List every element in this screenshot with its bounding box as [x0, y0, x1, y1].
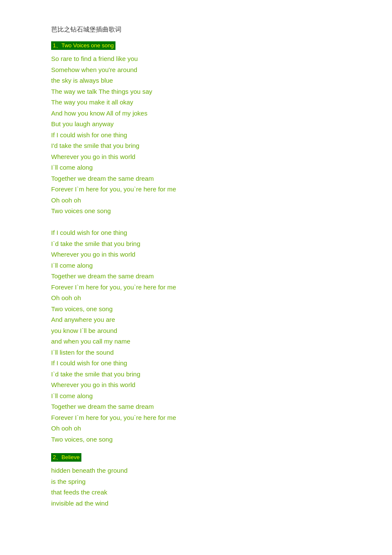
lyric-line: Together we dream the same dream	[51, 173, 392, 184]
lyric-line: If I could wish for one thing	[51, 130, 392, 141]
lyric-line: Together we dream the same dream	[51, 401, 392, 412]
lyric-line: Forever I`m here for you, you`re here fo…	[51, 184, 392, 195]
lyric-line: Somehow when you're around	[51, 64, 392, 75]
lyric-line: I`d take the smile that you bring	[51, 369, 392, 380]
lyric-line: Two voices, one song	[51, 304, 392, 315]
lyric-line: Wherever you go in this world	[51, 151, 392, 162]
lyric-line: Wherever you go in this world	[51, 249, 392, 260]
lyric-line: I'd take the smile that you bring	[51, 140, 392, 151]
lyric-line: Together we dream the same dream	[51, 271, 392, 282]
song-block-song1: 1、Two Voices one songSo rare to find a f…	[51, 41, 392, 445]
song-title-badge: 1、Two Voices one song	[51, 41, 115, 50]
lyric-line: I`ll listen for the sound	[51, 347, 392, 358]
lyric-line: Oh ooh oh	[51, 292, 392, 304]
lyric-line: Two voices one song	[51, 205, 392, 217]
lyric-line: you know I`ll be around	[51, 325, 392, 336]
lyric-line: The way we talk The things you say	[51, 86, 392, 97]
lyric-line: Forever I`m here for you, you`re here fo…	[51, 282, 392, 293]
song-title-badge: 2、Believe	[51, 453, 81, 462]
lyric-line: I`ll come along	[51, 260, 392, 271]
lyric-line: Wherever you go in this world	[51, 379, 392, 390]
lyric-line: Forever I`m here for you, you`re here fo…	[51, 412, 392, 423]
lyric-line	[51, 217, 392, 228]
lyric-line: And anywhere you are	[51, 314, 392, 325]
song-block-song2: 2、Believehidden beneath the groundis the…	[51, 453, 392, 509]
lyric-line: invisible ad the wind	[51, 498, 392, 509]
lyric-line: Oh ooh oh	[51, 423, 392, 434]
lyric-line: I`ll come along	[51, 390, 392, 402]
lyric-line: So rare to find a friend like you	[51, 53, 392, 64]
lyric-line: If I could wish for one thing	[51, 227, 392, 238]
lyric-line: I`ll come along	[51, 162, 392, 173]
lyric-line: And how you know All of my jokes	[51, 108, 392, 119]
lyric-line: and when you call my name	[51, 336, 392, 347]
lyric-line: the sky is always blue	[51, 75, 392, 86]
lyric-line: hidden beneath the ground	[51, 465, 392, 476]
lyric-line: If I could wish for one thing	[51, 358, 392, 369]
lyric-line: The way you make it all okay	[51, 97, 392, 108]
lyric-line: But you laugh anyway	[51, 119, 392, 130]
lyric-line: I`d take the smile that you bring	[51, 238, 392, 249]
lyric-line: Two voices, one song	[51, 434, 392, 445]
lyric-line: Oh ooh oh	[51, 195, 392, 206]
page-title: 芭比之钻石城堡插曲歌词	[51, 26, 392, 34]
lyric-line: is the spring	[51, 476, 392, 487]
lyric-line: that feeds the creak	[51, 487, 392, 498]
